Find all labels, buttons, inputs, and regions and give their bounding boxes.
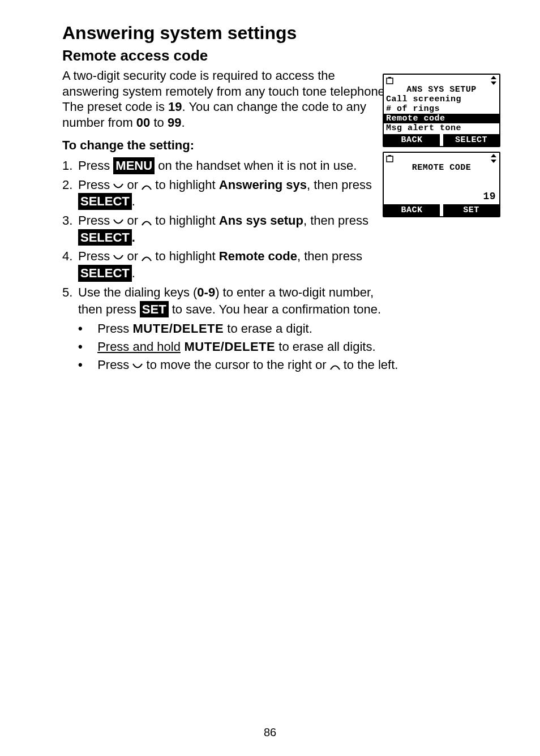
down-arrow-icon — [113, 249, 123, 266]
step-number: 4. — [62, 248, 78, 281]
menu-item: Ans sys setup — [219, 213, 303, 227]
text: , then press — [297, 249, 362, 263]
lcd-softkey-select: SELECT — [443, 134, 499, 146]
key-select: SELECT — [78, 265, 132, 282]
sub-bullets: Press MUTE/DELETE to erase a digit. Pres… — [78, 320, 440, 374]
page-number: 86 — [0, 726, 540, 739]
text: to highlight — [152, 249, 219, 263]
key-set: SET — [140, 301, 169, 318]
section-title: Remote access code — [62, 47, 500, 65]
battery-icon — [386, 76, 395, 84]
svg-rect-5 — [388, 155, 391, 156]
svg-rect-4 — [387, 156, 393, 162]
svg-rect-0 — [387, 78, 393, 84]
down-arrow-icon — [132, 357, 143, 375]
svg-marker-6 — [491, 154, 496, 157]
text: Use the dialing keys ( — [78, 285, 197, 299]
lcd-line: Msg alert tone — [384, 123, 499, 133]
up-arrow-icon — [142, 213, 152, 230]
manual-page: Answering system settings Remote access … — [0, 0, 540, 756]
key-select: SELECT — [78, 229, 132, 246]
intro-paragraph: A two-digit security code is required to… — [62, 68, 391, 130]
svg-marker-3 — [491, 81, 496, 85]
text: to erase a digit. — [224, 321, 312, 336]
menu-item: Answering sys — [219, 178, 307, 192]
lcd-softkey-set: SET — [443, 204, 499, 216]
text: Press — [78, 178, 113, 192]
text: . — [132, 230, 135, 244]
lcd-title: REMOTE CODE — [384, 163, 499, 173]
step-number: 2. — [62, 177, 78, 210]
range-high: 99 — [168, 115, 181, 130]
text: or — [123, 213, 142, 227]
text: Press — [97, 321, 132, 336]
range-low: 00 — [136, 115, 150, 130]
bullet-2: Press and hold MUTE/DELETE to erase all … — [78, 338, 440, 356]
lcd-softkey-back: BACK — [384, 204, 440, 216]
text: . — [132, 266, 135, 280]
lcd-line-selected: Remote code — [384, 114, 499, 123]
step-5: 5. Use the dialing keys (0-9) to enter a… — [62, 284, 396, 317]
lcd-value: 19 — [384, 187, 499, 203]
down-arrow-icon — [113, 213, 123, 230]
page-title: Answering system settings — [62, 23, 500, 44]
text: to move the cursor to the right or — [143, 358, 329, 372]
lcd-line: Call screening — [384, 94, 499, 104]
svg-marker-7 — [491, 160, 496, 163]
step-1: 1. Press MENU on the handset when it is … — [62, 157, 396, 174]
text: to highlight — [152, 213, 219, 227]
scroll-indicator-icon — [490, 154, 497, 163]
step-3: 3. Press or to highlight Ans sys setup, … — [62, 212, 396, 246]
up-arrow-icon — [142, 249, 152, 266]
step-number: 1. — [62, 157, 78, 174]
key-menu: MENU — [113, 157, 155, 174]
text: Press — [78, 213, 113, 227]
steps-list: 1. Press MENU on the handset when it is … — [62, 157, 396, 317]
text: Press — [78, 249, 113, 263]
key-mute-delete: MUTE/DELETE — [132, 321, 224, 336]
up-arrow-icon — [330, 357, 340, 375]
lcd-screen-1: ANS SYS SETUP Call screening # of rings … — [383, 74, 500, 147]
lcd-illustrations: ANS SYS SETUP Call screening # of rings … — [383, 74, 500, 222]
svg-rect-1 — [388, 77, 391, 78]
text: , then press — [307, 178, 372, 192]
text: to highlight — [152, 178, 219, 192]
lcd-screen-2: REMOTE CODE 19 BACK SET — [383, 152, 500, 217]
lcd-softkey-back: BACK — [384, 134, 440, 146]
text: Press — [78, 158, 113, 173]
key-range: 0-9 — [197, 285, 215, 299]
battery-icon — [386, 154, 395, 162]
down-arrow-icon — [113, 178, 123, 195]
svg-marker-2 — [491, 76, 496, 79]
step-4: 4. Press or to highlight Remote code, th… — [62, 248, 396, 281]
bullet-1: Press MUTE/DELETE to erase a digit. — [78, 320, 440, 338]
text: , then press — [303, 213, 368, 227]
step-2: 2. Press or to highlight Answering sys, … — [62, 177, 396, 210]
text: . — [132, 194, 135, 208]
text: to — [150, 115, 168, 130]
text: or — [123, 249, 142, 263]
menu-item: Remote code — [219, 249, 297, 263]
text: or — [123, 178, 142, 192]
key-select: SELECT — [78, 193, 132, 210]
step-number: 5. — [62, 284, 78, 317]
text: to save. You hear a confirmation tone. — [169, 302, 381, 316]
text: to erase all digits. — [275, 340, 375, 354]
step-number: 3. — [62, 212, 78, 246]
text: . — [181, 115, 185, 130]
up-arrow-icon — [142, 178, 152, 195]
preset-code: 19 — [168, 100, 182, 114]
text: Press — [97, 358, 132, 372]
lcd-line: # of rings — [384, 104, 499, 114]
bullet-3: Press to move the cursor to the right or… — [78, 356, 440, 374]
text: on the handset when it is not in use. — [155, 158, 357, 173]
scroll-indicator-icon — [490, 76, 497, 85]
text-underline: Press and hold — [97, 340, 181, 354]
text: to the left. — [340, 358, 398, 372]
key-mute-delete: MUTE/DELETE — [181, 340, 275, 354]
lcd-title: ANS SYS SETUP — [384, 85, 499, 94]
